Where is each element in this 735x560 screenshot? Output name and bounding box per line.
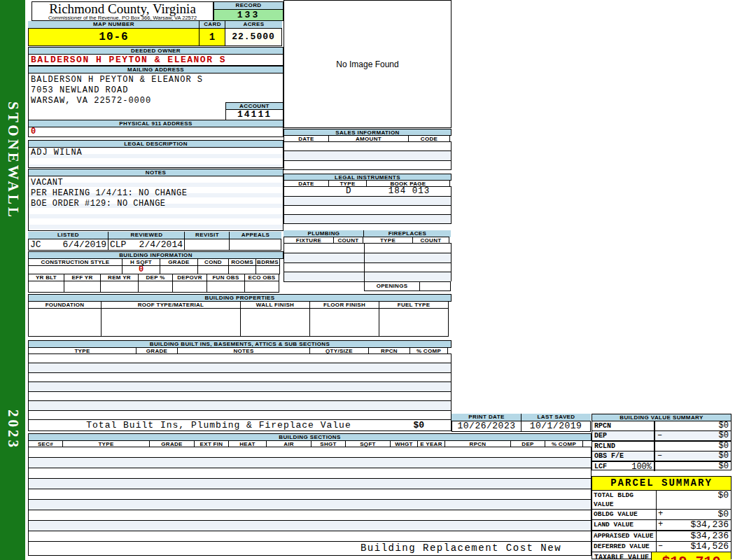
ps-row-appraised: APPRAISED VALUE $34,236 <box>592 530 731 541</box>
map-number-value: 10-6 <box>28 28 200 46</box>
built-ins-total-label: Total Built Ins, Plumbing & Fireplace Va… <box>29 420 409 431</box>
empty-cell <box>244 281 279 293</box>
bvs-row-rpcn: RPCN $0 <box>592 421 731 430</box>
empty-cell <box>100 281 139 293</box>
openings-value <box>419 281 451 291</box>
ps-op: + <box>657 520 668 530</box>
no-image-text: No Image Found <box>336 59 398 69</box>
instrument-type: D <box>329 187 368 196</box>
built-ins-total-value: $0 <box>413 420 424 431</box>
empty-cell <box>206 281 245 293</box>
bvs-value: $0 <box>668 462 731 471</box>
bvs-label: DEP <box>594 432 607 440</box>
instruments-rows: D 184 013 <box>284 186 451 224</box>
ps-row-total-bldg: TOTAL BLDG VALUE $0 <box>592 491 731 509</box>
empty-row <box>29 457 591 468</box>
empty-row <box>29 400 451 410</box>
replacement-cost-label: Building Replacement Cost New <box>340 542 582 555</box>
empty-row <box>284 160 451 169</box>
reviewed-value: CLP 2/4/2014 <box>108 239 185 251</box>
notes-line-1: VACANT <box>31 178 283 188</box>
county-title: Richmond County, Virginia <box>32 2 213 15</box>
empty-row <box>284 150 451 160</box>
ps-op <box>657 531 668 541</box>
print-date-value: 10/26/2023 <box>451 421 522 432</box>
building-info-vals-2 <box>28 281 284 293</box>
building-sections-footer-row: Building Replacement Cost New <box>28 541 592 556</box>
empty-row <box>29 499 591 510</box>
bvs-row-dep: DEP –$0 <box>592 430 731 440</box>
building-value-summary: RPCN $0 DEP –$0 RCLND $0 OBS F/E –$0 LCF… <box>592 421 732 470</box>
ps-label: LAND VALUE <box>592 520 657 530</box>
empty-row <box>29 478 591 489</box>
plumbing-fireplaces-rows <box>284 243 451 282</box>
bvs-value: $0 <box>668 442 731 451</box>
ps-op <box>657 491 668 509</box>
deeded-owner-name: BALDERSON H PEYTON & ELEANOR S <box>28 54 284 66</box>
bvs-op: – <box>655 451 668 461</box>
empty-row <box>284 253 451 262</box>
physical-address-value: 0 <box>28 127 284 137</box>
property-photo-placeholder: No Image Found <box>284 0 451 128</box>
reviewed-by: CLP <box>110 239 126 250</box>
foundation-value <box>28 308 102 337</box>
empty-row <box>29 410 451 419</box>
ps-value: $34,236 <box>668 520 731 530</box>
county-subtitle: Commissioner of the Revenue, PO Box 366,… <box>32 15 213 21</box>
bvs-row-obs: OBS F/E –$0 <box>592 451 731 461</box>
notes-block: VACANT PER HEARING 1/4/11: NO CHANGE BOE… <box>28 176 284 231</box>
fuel-type-value <box>379 308 449 337</box>
bvs-op: – <box>655 431 668 440</box>
empty-row <box>284 262 451 272</box>
ps-row-obldg: OBLDG VALUE + $0 <box>592 509 731 519</box>
notes-line-2: PER HEARING 1/4/11: NO CHANGE <box>31 188 283 199</box>
ps-op: – <box>657 542 668 552</box>
building-sections-rows <box>28 447 592 542</box>
bvs-row-lcf: LCF100% $0 <box>592 461 731 471</box>
bvs-value: $0 <box>668 431 731 440</box>
bvs-label: OBS F/E <box>594 452 624 461</box>
parcel-summary: PARCEL SUMMARY TOTAL BLDG VALUE $0 OBLDG… <box>592 476 732 559</box>
bvs-label: RCLND <box>594 442 615 451</box>
district-year-sidebar: STONEWALL 2023 <box>0 0 25 560</box>
account-value: 14111 <box>225 110 284 120</box>
print-info-value-row: 10/26/2023 10/1/2019 <box>451 421 592 432</box>
parcel-summary-header: PARCEL SUMMARY <box>592 477 731 491</box>
empty-row <box>29 382 451 391</box>
floor-finish-value <box>309 308 379 337</box>
ps-value: $34,236 <box>668 531 731 541</box>
legal-description-value: ADJ WILNA <box>29 148 283 158</box>
county-title-box: Richmond County, Virginia Commissioner o… <box>31 1 214 21</box>
bvs-value: $0 <box>668 451 731 461</box>
ps-value: $0 <box>668 510 731 519</box>
roof-value <box>101 308 241 337</box>
district-name: STONEWALL <box>4 102 22 220</box>
built-ins-total-row: Total Built Ins, Plumbing & Fireplace Va… <box>28 419 451 431</box>
openings-row: OPENINGS <box>364 281 451 291</box>
listed-value: JC 6/4/2019 <box>28 239 108 251</box>
record-value: 133 <box>214 10 284 21</box>
mailing-line-1: BALDERSON H PEYTON & ELEANOR S <box>31 75 283 85</box>
empty-row <box>29 372 451 382</box>
empty-cell <box>28 281 64 293</box>
record-box: RECORD 133 <box>214 1 284 21</box>
empty-row <box>284 214 451 223</box>
instrument-date <box>284 187 329 196</box>
ps-value: $0 <box>668 491 731 509</box>
acres-value: 22.5000 <box>225 28 282 46</box>
bvs-pct: 100% <box>631 463 652 471</box>
openings-label: OPENINGS <box>364 281 420 291</box>
ps-value: $14,526 <box>668 542 731 552</box>
mailing-line-2: 7053 NEWLAND ROAD <box>31 85 283 96</box>
ps-label: OBLDG VALUE <box>592 510 657 519</box>
map-value-row: 10-6 1 22.5000 <box>28 28 284 46</box>
bvs-label: LCF <box>594 463 607 471</box>
taxable-label: TAXABLE VALUE <box>592 552 652 560</box>
taxable-value: $19,710 <box>652 552 731 560</box>
sales-rows <box>284 141 451 170</box>
empty-row <box>29 531 591 541</box>
empty-row <box>29 363 451 372</box>
wall-finish-value <box>240 308 310 337</box>
bvs-label: RPCN <box>594 422 611 430</box>
empty-row <box>29 468 591 478</box>
